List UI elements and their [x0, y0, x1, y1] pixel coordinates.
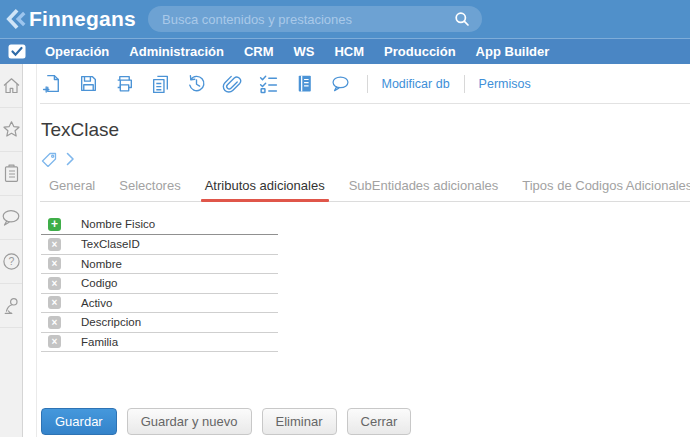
detail-tabs: General Selectores Atributos adicionales… [40, 174, 690, 202]
star-icon [1, 119, 22, 140]
menu-produccion[interactable]: Producción [374, 44, 466, 59]
new-document-icon[interactable] [42, 73, 63, 94]
remove-attribute-icon[interactable] [48, 316, 61, 329]
remove-attribute-icon[interactable] [48, 238, 61, 251]
logo-text: Finnegans [29, 7, 136, 31]
record-toolbar: Modificar db Permisos [40, 64, 690, 104]
attribute-row: Familia [41, 333, 278, 353]
svg-text:?: ? [8, 255, 14, 267]
tag-icon[interactable] [41, 152, 57, 167]
menu-administracion[interactable]: Administración [119, 44, 234, 59]
action-buttons: Guardar Guardar y nuevo Eliminar Cerrar [41, 408, 690, 435]
save-and-new-button[interactable]: Guardar y nuevo [127, 408, 252, 435]
sidebar-item-help[interactable]: ? [0, 240, 22, 284]
save-button[interactable]: Guardar [41, 408, 117, 435]
permisos-link[interactable]: Permisos [473, 77, 537, 91]
main-menubar: Operación Administración CRM WS HCM Prod… [0, 38, 690, 64]
left-sidebar: ? [0, 64, 23, 437]
sidebar-item-messages[interactable] [0, 196, 22, 240]
attribute-name: Familia [81, 336, 118, 348]
chat-icon [0, 207, 22, 228]
main-area: ? [0, 64, 690, 437]
attribute-row: Codigo [41, 274, 278, 294]
contact-icon [1, 295, 22, 316]
sidebar-item-tasks[interactable] [0, 152, 22, 196]
menu-ws[interactable]: WS [284, 44, 325, 59]
attribute-name: Codigo [81, 277, 117, 289]
tab-selectores[interactable]: Selectores [118, 174, 181, 201]
tab-atributos-adicionales[interactable]: Atributos adicionales [204, 174, 326, 201]
attribute-list: Nombre Fisico TexClaseID Nombre Codigo A… [41, 214, 278, 352]
toolbar-divider [367, 75, 368, 93]
delete-button[interactable]: Eliminar [262, 408, 337, 435]
menu-crm[interactable]: CRM [234, 44, 284, 59]
remove-attribute-icon[interactable] [48, 277, 61, 290]
attribute-row: Activo [41, 294, 278, 314]
toolbar-divider [464, 75, 465, 93]
search-icon[interactable] [453, 10, 471, 28]
menu-app-builder[interactable]: App Builder [466, 44, 560, 59]
print-icon[interactable] [114, 73, 135, 94]
attach-icon[interactable] [222, 73, 243, 94]
checklist-icon[interactable] [258, 73, 279, 94]
comment-icon[interactable] [330, 73, 351, 94]
home-icon [1, 75, 22, 96]
tab-general[interactable]: General [48, 174, 96, 201]
copy-icon[interactable] [150, 73, 171, 94]
add-attribute-icon[interactable] [48, 218, 61, 231]
history-icon[interactable] [186, 73, 207, 94]
tasks-checkbox-icon[interactable] [8, 44, 26, 59]
modificar-db-link[interactable]: Modificar db [376, 77, 456, 91]
finnegans-logo-icon [5, 8, 27, 30]
sidebar-item-favorites[interactable] [0, 108, 22, 152]
close-button[interactable]: Cerrar [347, 408, 412, 435]
attribute-name: Activo [81, 297, 112, 309]
search-input[interactable] [148, 6, 482, 32]
help-icon: ? [1, 251, 22, 272]
sidebar-item-home[interactable] [0, 64, 22, 108]
menu-hcm[interactable]: HCM [324, 44, 374, 59]
sidebar-item-contact[interactable] [0, 284, 22, 328]
attribute-name: TexClaseID [81, 238, 140, 250]
top-header: Finnegans [0, 0, 690, 38]
attribute-row: Descripcion [41, 313, 278, 333]
remove-attribute-icon[interactable] [48, 335, 61, 348]
finnegans-logo[interactable]: Finnegans [5, 7, 136, 31]
clipboard-icon [1, 163, 22, 184]
save-icon[interactable] [78, 73, 99, 94]
attribute-list-header-label: Nombre Fisico [81, 218, 155, 230]
remove-attribute-icon[interactable] [48, 296, 61, 309]
page-title: TexClase [41, 119, 690, 141]
global-search [148, 6, 482, 32]
attribute-name: Descripcion [81, 316, 141, 328]
remove-attribute-icon[interactable] [48, 257, 61, 270]
tab-tipos-codigos-adicionales[interactable]: Tipos de Codigos Adicionales [521, 174, 690, 201]
attribute-row: TexClaseID [41, 235, 278, 255]
tag-row [41, 151, 690, 167]
attribute-list-header: Nombre Fisico [41, 214, 278, 235]
attribute-row: Nombre [41, 255, 278, 275]
journal-icon[interactable] [294, 73, 315, 94]
finnegans-app: Finnegans Operación Administración CRM W… [0, 0, 690, 437]
menu-operacion[interactable]: Operación [35, 44, 119, 59]
tab-subentidades-adicionales[interactable]: SubEntidades adicionales [348, 174, 500, 201]
attribute-name: Nombre [81, 258, 122, 270]
chevron-right-icon[interactable] [66, 152, 75, 166]
content-panel: Modificar db Permisos TexClase [36, 64, 690, 437]
